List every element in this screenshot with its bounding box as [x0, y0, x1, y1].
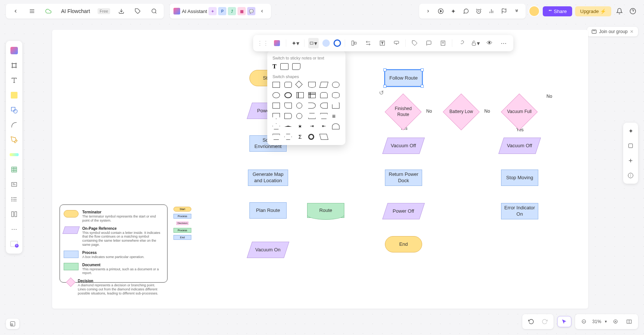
chevron-right-icon[interactable]: [423, 6, 433, 16]
shape-offpage[interactable]: [272, 113, 280, 119]
shape-manual-input[interactable]: [332, 103, 339, 109]
resize-handle-ne[interactable]: [421, 68, 424, 71]
sparkle-button[interactable]: ✦: [448, 6, 459, 16]
note-tool-button[interactable]: [438, 38, 448, 48]
shape-manual-op[interactable]: [308, 113, 316, 119]
node-error-indicator[interactable]: Error Indicator On: [501, 203, 538, 219]
undo-button[interactable]: [526, 316, 536, 327]
ai-chip-1[interactable]: ✦: [208, 7, 217, 15]
tag-button[interactable]: [133, 6, 143, 16]
shape-loop-limit[interactable]: [332, 123, 339, 129]
node-follow-route[interactable]: Follow Route: [385, 70, 422, 86]
shape-switch-button[interactable]: ▾: [308, 38, 319, 48]
minimap-toggle[interactable]: [6, 319, 19, 329]
text-tool[interactable]: [7, 74, 21, 87]
ai-assistant-label[interactable]: AI Assistant: [182, 9, 207, 14]
shape-delay[interactable]: [320, 92, 328, 98]
more-tools[interactable]: ⋯: [7, 222, 21, 236]
highlighter-tool[interactable]: [7, 148, 21, 161]
picker-text-option[interactable]: T: [272, 63, 277, 70]
cursor-mode-button[interactable]: [557, 316, 571, 327]
node-generate-map[interactable]: Generate Map and Location: [248, 170, 288, 186]
shape-roundrect[interactable]: [284, 82, 292, 88]
add-button[interactable]: [625, 155, 636, 166]
shape-predefined[interactable]: [296, 92, 304, 98]
shape-tool[interactable]: [7, 103, 21, 117]
back-button[interactable]: [10, 6, 21, 16]
connector-tool[interactable]: [7, 118, 21, 132]
node-end[interactable]: End: [385, 236, 422, 252]
zoom-out-button[interactable]: [579, 316, 589, 327]
templates-tool[interactable]: b: [7, 237, 21, 251]
fill-color-swatch[interactable]: [322, 39, 330, 47]
picker-sticky-1[interactable]: [280, 63, 288, 70]
shape-connector-circle[interactable]: [296, 103, 302, 109]
ai-chip-grid-icon[interactable]: ▦: [237, 7, 246, 15]
share-button[interactable]: Share: [543, 6, 572, 16]
shape-divider[interactable]: ≡: [332, 113, 339, 119]
magic-wand-button[interactable]: ✦: [625, 126, 636, 136]
shape-trapezoid[interactable]: [320, 113, 328, 119]
picker-sticky-2[interactable]: [292, 63, 300, 70]
tooltip-button[interactable]: [391, 38, 402, 48]
document-title[interactable]: AI Flowchart: [61, 8, 90, 14]
info-button[interactable]: [625, 170, 636, 181]
shape-card[interactable]: [308, 82, 316, 88]
more-button[interactable]: ⋯: [498, 38, 509, 48]
resize-handle-nw[interactable]: [383, 68, 386, 71]
shape-merge[interactable]: [284, 126, 292, 127]
notifications-button[interactable]: [614, 6, 625, 16]
shape-direct-data[interactable]: [284, 113, 292, 119]
link-tool-button[interactable]: [456, 38, 466, 48]
shape-database[interactable]: [332, 92, 339, 98]
sticky-note-tool[interactable]: [7, 88, 21, 102]
rotate-handle-icon[interactable]: ↺: [379, 89, 384, 96]
magic-button[interactable]: ✦▾: [290, 38, 300, 48]
download-button[interactable]: [116, 6, 127, 16]
export-frame-button[interactable]: [625, 141, 636, 151]
ai-tool-button[interactable]: [272, 38, 282, 48]
shape-summing[interactable]: [296, 113, 302, 119]
resize-handle-se[interactable]: [421, 85, 424, 88]
shape-and[interactable]: [308, 103, 316, 109]
timer-button[interactable]: [474, 6, 484, 16]
shape-pill[interactable]: [332, 82, 339, 88]
text-card-tool[interactable]: [7, 178, 21, 191]
minimap-button[interactable]: [624, 316, 634, 327]
shape-ring[interactable]: [284, 92, 292, 98]
upgrade-button[interactable]: Upgrade ⚡: [575, 6, 612, 16]
table-tool[interactable]: [7, 163, 21, 176]
shape-rect[interactable]: [272, 82, 280, 88]
search-button[interactable]: [149, 6, 159, 16]
tag-tool-button[interactable]: [409, 38, 420, 48]
shape-collate[interactable]: ✶: [296, 123, 304, 129]
shape-parallelogram-alt[interactable]: [319, 134, 328, 140]
mini-flowchart[interactable]: Start Process Decision Process End: [171, 204, 194, 242]
chart-button[interactable]: [486, 6, 497, 16]
node-stop-moving[interactable]: Stop Moving: [501, 170, 538, 186]
node-route-doc[interactable]: Route: [307, 203, 344, 218]
shape-ellipse[interactable]: [272, 92, 280, 98]
shape-subprocess[interactable]: [272, 103, 280, 109]
align-button[interactable]: [349, 38, 359, 48]
comment-button[interactable]: [461, 6, 471, 16]
shape-stored-data[interactable]: [284, 103, 292, 109]
lock-button[interactable]: ▾: [470, 38, 481, 48]
node-vacuum-off-1[interactable]: Vacuum Off: [382, 138, 425, 154]
node-vacuum-off-2[interactable]: Vacuum Off: [498, 138, 541, 154]
node-return-dock[interactable]: Return Power Dock: [385, 170, 422, 186]
shape-pentagon-house[interactable]: [272, 123, 280, 129]
node-battery-low[interactable]: Battery Low: [443, 94, 480, 131]
zoom-in-button[interactable]: [610, 316, 621, 327]
zoom-level[interactable]: 31%: [592, 319, 601, 324]
shape-hexagon[interactable]: [284, 134, 292, 140]
more-tools-dropdown[interactable]: [511, 6, 522, 16]
frame-tool[interactable]: [7, 59, 21, 72]
shape-display[interactable]: [320, 103, 328, 109]
ai-collapse-button[interactable]: [257, 6, 267, 16]
shape-or[interactable]: Σ: [296, 134, 304, 140]
help-button[interactable]: [628, 6, 638, 16]
ai-chip-p[interactable]: P: [218, 7, 226, 15]
ai-chip-share-icon[interactable]: ⤴: [228, 7, 236, 15]
shape-internal-storage[interactable]: [308, 92, 316, 98]
